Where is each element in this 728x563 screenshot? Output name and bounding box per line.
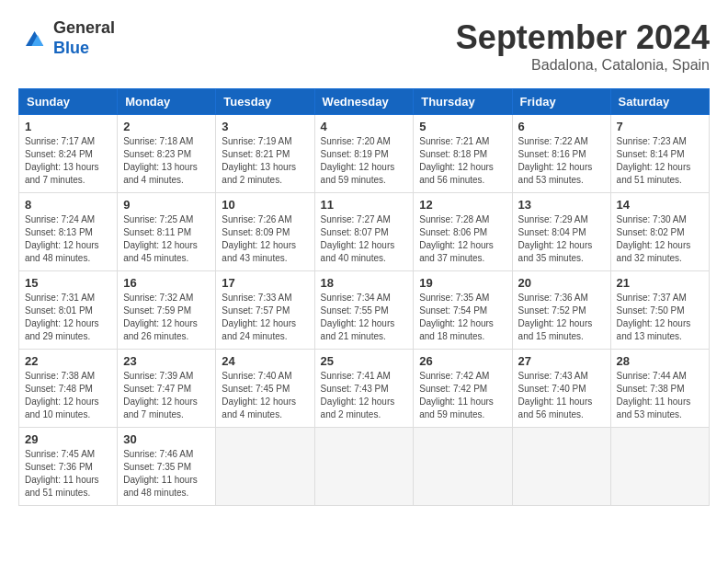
day-info: Sunrise: 7:34 AM Sunset: 7:55 PM Dayligh… (321, 292, 408, 343)
location: Badalona, Catalonia, Spain (456, 57, 710, 74)
day-number: 7 (617, 120, 703, 133)
calendar-cell: 28 Sunrise: 7:44 AM Sunset: 7:38 PM Dayl… (610, 350, 709, 428)
col-thursday: Thursday (414, 89, 512, 115)
calendar-cell: 13 Sunrise: 7:29 AM Sunset: 8:04 PM Dayl… (512, 193, 610, 271)
day-number: 24 (222, 354, 308, 368)
day-info: Sunrise: 7:28 AM Sunset: 8:06 PM Dayligh… (419, 213, 506, 265)
logo-general-text: General (53, 18, 115, 37)
calendar-cell: 9 Sunrise: 7:25 AM Sunset: 8:11 PM Dayli… (118, 193, 216, 271)
calendar-cell: 7 Sunrise: 7:23 AM Sunset: 8:14 PM Dayli… (610, 115, 709, 193)
day-number: 4 (321, 120, 408, 133)
day-number: 8 (25, 198, 111, 212)
day-info: Sunrise: 7:45 AM Sunset: 7:36 PM Dayligh… (25, 448, 111, 500)
calendar-cell (610, 428, 709, 506)
month-title: September 2024 (456, 18, 710, 57)
calendar-cell: 27 Sunrise: 7:43 AM Sunset: 7:40 PM Dayl… (512, 350, 610, 428)
day-number: 6 (518, 120, 605, 133)
day-number: 19 (419, 276, 506, 290)
calendar-cell: 30 Sunrise: 7:46 AM Sunset: 7:35 PM Dayl… (118, 428, 216, 506)
calendar-cell: 16 Sunrise: 7:32 AM Sunset: 7:59 PM Dayl… (118, 271, 216, 350)
day-info: Sunrise: 7:41 AM Sunset: 7:43 PM Dayligh… (321, 370, 408, 421)
day-number: 10 (222, 198, 308, 212)
calendar-cell (314, 428, 414, 506)
calendar-cell: 22 Sunrise: 7:38 AM Sunset: 7:48 PM Dayl… (19, 350, 118, 428)
day-info: Sunrise: 7:42 AM Sunset: 7:42 PM Dayligh… (419, 370, 506, 421)
col-friday: Friday (512, 89, 610, 115)
day-number: 9 (123, 198, 210, 212)
calendar-cell: 29 Sunrise: 7:45 AM Sunset: 7:36 PM Dayl… (19, 428, 118, 506)
day-number: 2 (123, 120, 210, 133)
calendar-week-row: 15 Sunrise: 7:31 AM Sunset: 8:01 PM Dayl… (19, 271, 710, 350)
day-number: 13 (518, 198, 605, 212)
col-tuesday: Tuesday (216, 89, 314, 115)
calendar-cell: 2 Sunrise: 7:18 AM Sunset: 8:23 PM Dayli… (118, 115, 216, 193)
calendar-week-row: 22 Sunrise: 7:38 AM Sunset: 7:48 PM Dayl… (19, 350, 710, 428)
day-info: Sunrise: 7:35 AM Sunset: 7:54 PM Dayligh… (419, 292, 506, 343)
day-info: Sunrise: 7:36 AM Sunset: 7:52 PM Dayligh… (518, 292, 605, 343)
calendar-cell (216, 428, 314, 506)
day-number: 14 (617, 198, 703, 212)
day-number: 15 (25, 276, 111, 290)
day-number: 17 (222, 276, 308, 290)
day-info: Sunrise: 7:46 AM Sunset: 7:35 PM Dayligh… (123, 448, 210, 500)
day-info: Sunrise: 7:40 AM Sunset: 7:45 PM Dayligh… (222, 370, 308, 421)
calendar-cell (414, 428, 512, 506)
calendar-cell: 10 Sunrise: 7:26 AM Sunset: 8:09 PM Dayl… (216, 193, 314, 271)
col-wednesday: Wednesday (314, 89, 414, 115)
day-info: Sunrise: 7:43 AM Sunset: 7:40 PM Dayligh… (518, 370, 605, 421)
day-number: 26 (419, 354, 506, 368)
page-header: General Blue September 2024 Badalona, Ca… (18, 18, 710, 74)
logo-blue-text: Blue (53, 39, 89, 57)
logo: General Blue (18, 18, 115, 58)
calendar-cell: 12 Sunrise: 7:28 AM Sunset: 8:06 PM Dayl… (414, 193, 512, 271)
col-sunday: Sunday (19, 89, 118, 115)
day-number: 27 (518, 354, 605, 368)
day-info: Sunrise: 7:27 AM Sunset: 8:07 PM Dayligh… (321, 213, 408, 265)
day-info: Sunrise: 7:26 AM Sunset: 8:09 PM Dayligh… (222, 213, 308, 265)
day-info: Sunrise: 7:37 AM Sunset: 7:50 PM Dayligh… (617, 292, 703, 343)
calendar-cell: 5 Sunrise: 7:21 AM Sunset: 8:18 PM Dayli… (414, 115, 512, 193)
day-number: 1 (25, 120, 111, 133)
day-number: 22 (25, 354, 111, 368)
day-number: 3 (222, 120, 308, 133)
col-saturday: Saturday (610, 89, 709, 115)
calendar-table: Sunday Monday Tuesday Wednesday Thursday… (18, 88, 710, 506)
day-info: Sunrise: 7:23 AM Sunset: 8:14 PM Dayligh… (617, 135, 703, 187)
calendar-cell: 14 Sunrise: 7:30 AM Sunset: 8:02 PM Dayl… (610, 193, 709, 271)
day-number: 29 (25, 432, 111, 446)
calendar-cell: 17 Sunrise: 7:33 AM Sunset: 7:57 PM Dayl… (216, 271, 314, 350)
col-monday: Monday (118, 89, 216, 115)
day-number: 12 (419, 198, 506, 212)
calendar-cell: 25 Sunrise: 7:41 AM Sunset: 7:43 PM Dayl… (314, 350, 414, 428)
calendar-cell: 26 Sunrise: 7:42 AM Sunset: 7:42 PM Dayl… (414, 350, 512, 428)
day-number: 18 (321, 276, 408, 290)
calendar-cell: 4 Sunrise: 7:20 AM Sunset: 8:19 PM Dayli… (314, 115, 414, 193)
day-number: 11 (321, 198, 408, 212)
day-info: Sunrise: 7:39 AM Sunset: 7:47 PM Dayligh… (123, 370, 210, 421)
calendar-header-row: Sunday Monday Tuesday Wednesday Thursday… (19, 89, 710, 115)
calendar-cell: 18 Sunrise: 7:34 AM Sunset: 7:55 PM Dayl… (314, 271, 414, 350)
title-block: September 2024 Badalona, Catalonia, Spai… (456, 18, 710, 74)
day-info: Sunrise: 7:17 AM Sunset: 8:24 PM Dayligh… (25, 135, 111, 187)
calendar-cell: 1 Sunrise: 7:17 AM Sunset: 8:24 PM Dayli… (19, 115, 118, 193)
day-number: 23 (123, 354, 210, 368)
day-info: Sunrise: 7:21 AM Sunset: 8:18 PM Dayligh… (419, 135, 506, 187)
calendar-week-row: 29 Sunrise: 7:45 AM Sunset: 7:36 PM Dayl… (19, 428, 710, 506)
day-info: Sunrise: 7:33 AM Sunset: 7:57 PM Dayligh… (222, 292, 308, 343)
logo-icon (18, 24, 48, 53)
calendar-cell: 11 Sunrise: 7:27 AM Sunset: 8:07 PM Dayl… (314, 193, 414, 271)
day-number: 20 (518, 276, 605, 290)
calendar-cell: 21 Sunrise: 7:37 AM Sunset: 7:50 PM Dayl… (610, 271, 709, 350)
calendar-cell: 20 Sunrise: 7:36 AM Sunset: 7:52 PM Dayl… (512, 271, 610, 350)
calendar-cell: 19 Sunrise: 7:35 AM Sunset: 7:54 PM Dayl… (414, 271, 512, 350)
calendar-week-row: 1 Sunrise: 7:17 AM Sunset: 8:24 PM Dayli… (19, 115, 710, 193)
day-number: 30 (123, 432, 210, 446)
day-info: Sunrise: 7:44 AM Sunset: 7:38 PM Dayligh… (617, 370, 703, 421)
day-info: Sunrise: 7:25 AM Sunset: 8:11 PM Dayligh… (123, 213, 210, 265)
day-info: Sunrise: 7:18 AM Sunset: 8:23 PM Dayligh… (123, 135, 210, 187)
day-info: Sunrise: 7:38 AM Sunset: 7:48 PM Dayligh… (25, 370, 111, 421)
calendar-week-row: 8 Sunrise: 7:24 AM Sunset: 8:13 PM Dayli… (19, 193, 710, 271)
calendar-cell: 8 Sunrise: 7:24 AM Sunset: 8:13 PM Dayli… (19, 193, 118, 271)
calendar-cell: 15 Sunrise: 7:31 AM Sunset: 8:01 PM Dayl… (19, 271, 118, 350)
day-info: Sunrise: 7:31 AM Sunset: 8:01 PM Dayligh… (25, 292, 111, 343)
